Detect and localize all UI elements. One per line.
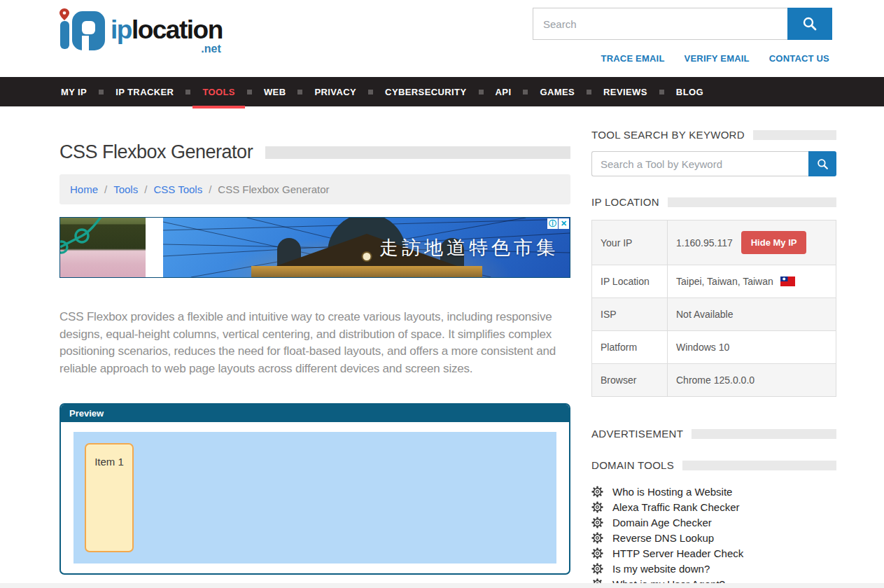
nav-separator: [587, 90, 591, 94]
logo-wordmark: iplocation .net: [111, 17, 223, 43]
search-icon: [801, 15, 818, 32]
tool-description: CSS Flexbox provides a flexible and intu…: [59, 309, 570, 378]
preview-panel-title: Preview: [61, 405, 569, 422]
tool-search-input[interactable]: [591, 151, 808, 176]
browser-value: Chrome 125.0.0.0: [668, 364, 836, 397]
ip-row-label: Browser: [592, 364, 668, 397]
list-item-who-is-hosting[interactable]: Who is Hosting a Website: [591, 484, 836, 499]
breadcrumb: Home / Tools / CSS Tools / CSS Flexbox G…: [59, 174, 570, 204]
ip-row-label: Platform: [592, 331, 668, 364]
breadcrumb-home[interactable]: Home: [70, 183, 98, 195]
main-nav: MY IP IP TRACKER TOOLS WEB PRIVACY CYBER…: [0, 77, 884, 108]
your-ip-value: 1.160.95.117: [676, 237, 733, 248]
nav-item-ip-tracker[interactable]: IP TRACKER: [114, 76, 175, 107]
table-row: ISP Not Available: [592, 298, 836, 331]
gear-icon: [591, 532, 603, 544]
hide-my-ip-button[interactable]: Hide My IP: [741, 231, 807, 254]
iplocation-logo-icon: [55, 7, 108, 52]
trace-email-link[interactable]: TRACE EMAIL: [601, 53, 665, 64]
tool-search: [591, 151, 836, 176]
header-search-input[interactable]: [533, 8, 787, 40]
breadcrumb-css-tools[interactable]: CSS Tools: [153, 183, 202, 195]
main-column: CSS Flexbox Generator Home / Tools / CSS…: [59, 129, 570, 588]
nav-item-privacy[interactable]: PRIVACY: [313, 76, 358, 107]
page-bottom-strip: [0, 583, 884, 588]
logo-location-text: location: [132, 15, 223, 44]
ad-gap: [146, 218, 163, 277]
ad-close-icon[interactable]: ✕: [559, 218, 569, 229]
ip-row-label: Your IP: [592, 220, 668, 265]
table-row: Platform Windows 10: [592, 331, 836, 364]
breadcrumb-separator: /: [144, 183, 147, 195]
nav-separator: [297, 90, 302, 94]
nav-separator: [185, 90, 190, 94]
ip-location-heading: IP LOCATION: [591, 196, 659, 208]
search-icon: [816, 158, 829, 171]
list-item-domain-age[interactable]: Domain Age Checker: [591, 514, 836, 530]
domain-tools-heading: DOMAIN TOOLS: [591, 459, 674, 471]
nav-item-reviews[interactable]: REVIEWS: [602, 76, 649, 107]
ip-row-label: ISP: [592, 298, 668, 331]
domain-tools-list: Who is Hosting a Website Alexa Traffic R…: [591, 484, 836, 588]
preview-body: Item 1: [61, 422, 569, 573]
header-search-button[interactable]: [787, 8, 832, 40]
sidebar: TOOL SEARCH BY KEYWORD IP LOCATION Your …: [591, 129, 836, 588]
nav-item-tools[interactable]: TOOLS: [201, 76, 237, 107]
flex-preview-item: Item 1: [85, 443, 134, 552]
list-item-website-down[interactable]: Is my website down?: [591, 561, 836, 576]
header-search: [533, 8, 832, 40]
gear-icon: [591, 501, 603, 513]
table-row: Your IP 1.160.95.117 Hide My IP: [592, 220, 836, 265]
nav-item-api[interactable]: API: [494, 76, 513, 107]
table-row: IP Location Taipei, Taiwan, Taiwan: [592, 265, 836, 298]
nav-separator: [659, 90, 664, 94]
site-logo[interactable]: iplocation .net: [55, 7, 223, 52]
breadcrumb-separator: /: [209, 183, 211, 195]
nav-separator: [523, 90, 528, 94]
list-item-alexa-rank[interactable]: Alexa Traffic Rank Checker: [591, 499, 836, 514]
breadcrumb-tools[interactable]: Tools: [113, 183, 138, 195]
verify-email-link[interactable]: VERIFY EMAIL: [685, 53, 750, 64]
list-item-http-header[interactable]: HTTP Server Header Check: [591, 545, 836, 561]
heading-decoration-bar: [753, 130, 836, 140]
header-links: TRACE EMAIL VERIFY EMAIL CONTACT US: [601, 53, 829, 64]
gear-icon: [591, 563, 603, 575]
isp-value: Not Available: [668, 298, 836, 331]
taiwan-flag-icon: [780, 276, 795, 286]
ad-left-image: [60, 218, 146, 277]
site-header: iplocation .net TRACE EMAIL VERIFY EMAIL…: [0, 0, 884, 77]
gear-icon: [591, 486, 603, 498]
ad-route-graphic: [60, 218, 146, 277]
adchoices-icon[interactable]: ⓘ: [547, 218, 558, 229]
breadcrumb-separator: /: [104, 183, 107, 195]
title-decoration-bar: [265, 146, 570, 159]
ad-banner[interactable]: 走訪地道特色市集 ⓘ ✕: [59, 217, 570, 278]
heading-decoration-bar: [668, 197, 836, 207]
ad-clock: [361, 251, 372, 262]
logo-net-text: .net: [201, 43, 220, 55]
nav-item-cybersecurity[interactable]: CYBERSECURITY: [384, 76, 468, 107]
ip-info-table: Your IP 1.160.95.117 Hide My IP IP Locat…: [591, 220, 836, 397]
nav-separator: [479, 90, 484, 94]
advertisement-heading: ADVERTISEMENT: [591, 428, 683, 440]
ad-headline: 走訪地道特色市集: [379, 235, 559, 260]
tool-search-heading: TOOL SEARCH BY KEYWORD: [591, 129, 745, 141]
nav-item-web[interactable]: WEB: [262, 76, 288, 107]
gear-icon: [591, 517, 603, 528]
nav-item-games[interactable]: GAMES: [538, 76, 576, 107]
preview-panel: Preview Item 1: [59, 403, 570, 575]
nav-item-blog[interactable]: BLOG: [675, 76, 705, 107]
page-content: CSS Flexbox Generator Home / Tools / CSS…: [0, 108, 884, 588]
tool-search-button[interactable]: [808, 151, 836, 176]
list-item-reverse-dns[interactable]: Reverse DNS Lookup: [591, 530, 836, 545]
heading-decoration-bar: [692, 429, 836, 439]
table-row: Browser Chrome 125.0.0.0: [592, 364, 836, 397]
breadcrumb-current: CSS Flexbox Generator: [218, 183, 329, 195]
ip-row-label: IP Location: [592, 265, 668, 298]
heading-decoration-bar: [682, 461, 836, 470]
page-title: CSS Flexbox Generator: [59, 141, 253, 163]
ad-main-image: 走訪地道特色市集 ⓘ ✕: [163, 218, 570, 277]
contact-us-link[interactable]: CONTACT US: [769, 53, 829, 64]
nav-item-my-ip[interactable]: MY IP: [59, 76, 88, 107]
ip-location-value: Taipei, Taiwan, Taiwan: [676, 276, 773, 287]
